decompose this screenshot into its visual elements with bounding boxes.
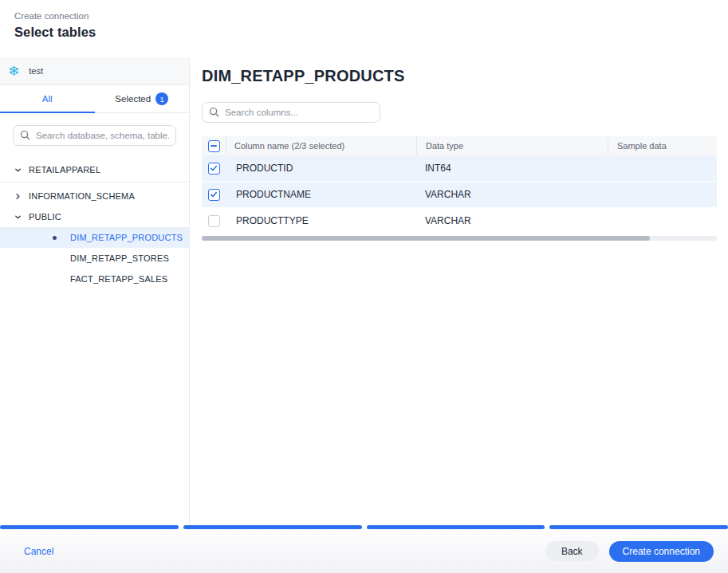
chevron-right-icon <box>14 193 29 200</box>
column-name-cell: PRODUCTID <box>226 155 416 181</box>
tab-selected[interactable]: Selected 1 <box>95 85 190 112</box>
column-name-header: Column name (2/3 selected) <box>226 136 416 155</box>
step-segment <box>367 525 545 529</box>
column-name-cell: PRODUCTNAME <box>226 182 416 207</box>
column-name-cell: PRODUCTTYPE <box>226 208 416 234</box>
breadcrumb: Create connection <box>14 11 728 21</box>
step-segment <box>183 525 362 529</box>
sample-data-cell <box>608 208 717 234</box>
columns-table-header: Column name (2/3 selected) Data type Sam… <box>202 136 717 155</box>
data-type-cell: VARCHAR <box>416 208 608 234</box>
chevron-down-icon <box>14 214 29 221</box>
tree-item-schema-public[interactable]: PUBLIC <box>0 206 189 227</box>
step-segment <box>549 525 728 529</box>
table-row-productname[interactable]: PRODUCTNAME VARCHAR <box>202 182 717 208</box>
table-row-producttype[interactable]: PRODUCTTYPE VARCHAR <box>202 208 717 234</box>
table-label: DIM_RETAPP_STORES <box>70 253 169 263</box>
tree-item-schema-information-schema[interactable]: INFORMATION_SCHEMA <box>0 186 189 206</box>
database-label: RETAILAPPAREL <box>29 165 100 175</box>
horizontal-scrollbar[interactable] <box>202 236 717 241</box>
search-icon <box>209 107 219 117</box>
tab-all-label: All <box>42 94 53 104</box>
data-type-header: Data type <box>416 136 608 155</box>
sample-data-header: Sample data <box>608 136 717 155</box>
sample-data-cell <box>608 182 717 207</box>
row-checkbox[interactable] <box>208 189 220 201</box>
sidebar-search <box>13 125 176 146</box>
cancel-link[interactable]: Cancel <box>24 546 53 557</box>
table-label: DIM_RETAPP_PRODUCTS <box>70 233 183 242</box>
create-connection-page: Create connection Select tables ❄ test A… <box>0 0 728 573</box>
object-tree: RETAILAPPAREL INFORMATION_SCHEMA PUBLIC <box>0 159 189 289</box>
columns-table: Column name (2/3 selected) Data type Sam… <box>202 136 717 241</box>
page-title: Select tables <box>14 25 728 40</box>
sample-data-cell <box>608 155 717 181</box>
step-segment <box>0 525 179 529</box>
schema-label: PUBLIC <box>29 212 61 222</box>
data-type-cell: INT64 <box>416 155 608 181</box>
connection-name: test <box>29 66 43 76</box>
columns-search-input[interactable] <box>202 102 380 123</box>
tab-all[interactable]: All <box>0 85 95 112</box>
connection-header: ❄ test <box>0 57 189 85</box>
sidebar-search-input[interactable] <box>13 125 176 146</box>
footer: Cancel Back Create connection <box>0 529 728 573</box>
table-row-productid[interactable]: PRODUCTID INT64 <box>202 155 717 182</box>
data-type-cell: VARCHAR <box>416 182 608 207</box>
schema-label: INFORMATION_SCHEMA <box>29 191 135 201</box>
tree-item-table-dim-retapp-products[interactable]: DIM_RETAPP_PRODUCTS <box>0 227 189 248</box>
chevron-down-icon <box>14 167 29 174</box>
table-label: FACT_RETAPP_SALES <box>70 274 167 284</box>
selected-count-badge: 1 <box>155 92 168 105</box>
top-header: Create connection Select tables <box>0 0 728 57</box>
tree-item-database[interactable]: RETAILAPPAREL <box>0 159 189 181</box>
selected-table-title: DIM_RETAPP_PRODUCTS <box>202 67 717 85</box>
selected-dot-icon <box>53 236 57 240</box>
back-button[interactable]: Back <box>545 541 599 561</box>
tree-item-table-fact-retapp-sales[interactable]: FACT_RETAPP_SALES <box>0 269 189 289</box>
columns-search <box>202 102 380 123</box>
sidebar: ❄ test All Selected 1 <box>0 57 190 524</box>
divider <box>0 182 189 182</box>
snowflake-icon: ❄ <box>8 65 19 78</box>
row-checkbox[interactable] <box>208 163 220 175</box>
row-checkbox[interactable] <box>208 215 220 227</box>
main-panel: DIM_RETAPP_PRODUCTS Column name (2/3 sel… <box>190 57 728 524</box>
horizontal-scrollbar-thumb[interactable] <box>202 236 650 241</box>
select-all-checkbox[interactable] <box>208 140 220 152</box>
sidebar-tabs: All Selected 1 <box>0 85 189 113</box>
search-icon <box>20 130 30 140</box>
tab-selected-label: Selected <box>115 94 151 104</box>
tree-item-table-dim-retapp-stores[interactable]: DIM_RETAPP_STORES <box>0 248 189 269</box>
create-connection-button[interactable]: Create connection <box>609 541 714 562</box>
